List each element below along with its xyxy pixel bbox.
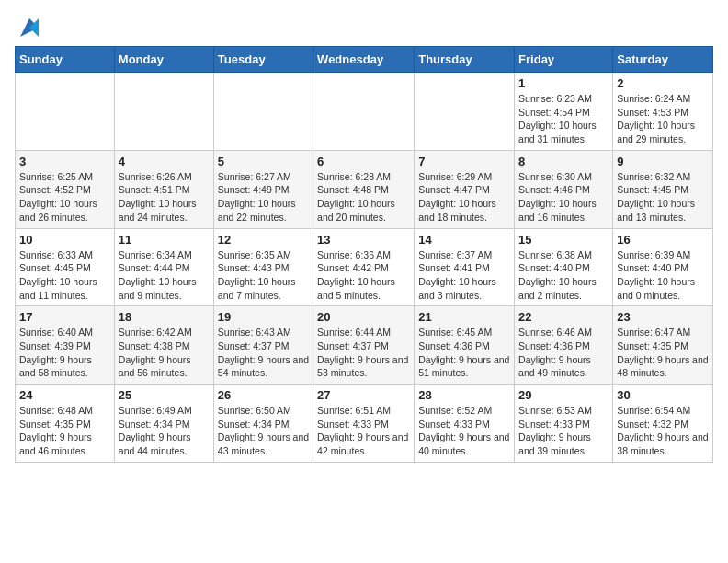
weekday-header-friday: Friday	[515, 47, 613, 73]
day-info: Sunrise: 6:50 AM Sunset: 4:34 PM Dayligh…	[218, 404, 309, 458]
day-number: 8	[518, 155, 609, 168]
day-cell: 9Sunrise: 6:32 AM Sunset: 4:45 PM Daylig…	[613, 150, 713, 228]
day-cell: 8Sunrise: 6:30 AM Sunset: 4:46 PM Daylig…	[515, 150, 613, 228]
day-cell	[213, 73, 313, 151]
day-cell: 3Sunrise: 6:25 AM Sunset: 4:52 PM Daylig…	[16, 150, 115, 228]
day-info: Sunrise: 6:25 AM Sunset: 4:52 PM Dayligh…	[19, 170, 110, 224]
day-info: Sunrise: 6:37 AM Sunset: 4:41 PM Dayligh…	[418, 248, 510, 303]
day-cell: 7Sunrise: 6:29 AM Sunset: 4:47 PM Daylig…	[415, 150, 515, 228]
day-info: Sunrise: 6:43 AM Sunset: 4:37 PM Dayligh…	[218, 326, 309, 380]
day-cell: 10Sunrise: 6:33 AM Sunset: 4:45 PM Dayli…	[16, 228, 115, 306]
day-info: Sunrise: 6:36 AM Sunset: 4:42 PM Dayligh…	[317, 248, 410, 303]
week-row-2: 3Sunrise: 6:25 AM Sunset: 4:52 PM Daylig…	[16, 150, 713, 228]
calendar-body: 1Sunrise: 6:23 AM Sunset: 4:54 PM Daylig…	[16, 73, 713, 463]
day-number: 7	[418, 155, 510, 168]
day-number: 13	[317, 233, 410, 247]
day-cell: 11Sunrise: 6:34 AM Sunset: 4:44 PM Dayli…	[114, 228, 213, 306]
day-cell: 18Sunrise: 6:42 AM Sunset: 4:38 PM Dayli…	[114, 306, 213, 385]
calendar-table: SundayMondayTuesdayWednesdayThursdayFrid…	[15, 46, 713, 463]
day-cell: 25Sunrise: 6:49 AM Sunset: 4:34 PM Dayli…	[114, 385, 213, 463]
weekday-header-wednesday: Wednesday	[313, 47, 415, 73]
day-number: 17	[19, 310, 110, 324]
day-info: Sunrise: 6:39 AM Sunset: 4:40 PM Dayligh…	[617, 248, 709, 303]
week-row-4: 17Sunrise: 6:40 AM Sunset: 4:39 PM Dayli…	[16, 306, 713, 385]
day-cell: 15Sunrise: 6:38 AM Sunset: 4:40 PM Dayli…	[515, 228, 613, 306]
day-number: 16	[617, 233, 709, 247]
day-info: Sunrise: 6:24 AM Sunset: 4:53 PM Dayligh…	[617, 92, 709, 146]
day-cell	[16, 73, 115, 151]
day-cell: 16Sunrise: 6:39 AM Sunset: 4:40 PM Dayli…	[613, 228, 713, 306]
day-cell	[415, 73, 515, 151]
day-number: 20	[317, 310, 410, 324]
day-number: 24	[19, 388, 110, 402]
day-cell: 24Sunrise: 6:48 AM Sunset: 4:35 PM Dayli…	[16, 385, 115, 463]
day-info: Sunrise: 6:45 AM Sunset: 4:36 PM Dayligh…	[418, 326, 510, 380]
day-info: Sunrise: 6:28 AM Sunset: 4:48 PM Dayligh…	[317, 170, 410, 224]
day-number: 19	[218, 310, 309, 324]
day-number: 26	[218, 388, 309, 402]
day-info: Sunrise: 6:23 AM Sunset: 4:54 PM Dayligh…	[518, 92, 609, 146]
weekday-header-saturday: Saturday	[613, 47, 713, 73]
day-number: 21	[418, 310, 510, 324]
day-cell: 13Sunrise: 6:36 AM Sunset: 4:42 PM Dayli…	[313, 228, 415, 306]
day-info: Sunrise: 6:27 AM Sunset: 4:49 PM Dayligh…	[218, 170, 309, 224]
day-info: Sunrise: 6:47 AM Sunset: 4:35 PM Dayligh…	[617, 326, 709, 380]
day-number: 11	[119, 233, 210, 247]
day-cell: 27Sunrise: 6:51 AM Sunset: 4:33 PM Dayli…	[313, 385, 415, 463]
day-number: 4	[119, 155, 210, 168]
day-cell: 2Sunrise: 6:24 AM Sunset: 4:53 PM Daylig…	[613, 73, 713, 151]
day-cell: 19Sunrise: 6:43 AM Sunset: 4:37 PM Dayli…	[213, 306, 313, 385]
day-info: Sunrise: 6:52 AM Sunset: 4:33 PM Dayligh…	[418, 404, 510, 458]
day-info: Sunrise: 6:54 AM Sunset: 4:32 PM Dayligh…	[617, 404, 709, 458]
day-cell: 29Sunrise: 6:53 AM Sunset: 4:33 PM Dayli…	[515, 385, 613, 463]
day-cell: 17Sunrise: 6:40 AM Sunset: 4:39 PM Dayli…	[16, 306, 115, 385]
day-number: 12	[218, 233, 309, 247]
day-info: Sunrise: 6:32 AM Sunset: 4:45 PM Dayligh…	[617, 170, 709, 224]
week-row-1: 1Sunrise: 6:23 AM Sunset: 4:54 PM Daylig…	[16, 73, 713, 151]
day-cell: 26Sunrise: 6:50 AM Sunset: 4:34 PM Dayli…	[213, 385, 313, 463]
day-cell	[114, 73, 213, 151]
header	[15, 15, 713, 35]
weekday-header-thursday: Thursday	[415, 47, 515, 73]
day-number: 30	[617, 388, 709, 402]
day-number: 9	[617, 155, 709, 168]
day-number: 23	[617, 310, 709, 324]
day-info: Sunrise: 6:53 AM Sunset: 4:33 PM Dayligh…	[518, 404, 609, 458]
weekday-header-row: SundayMondayTuesdayWednesdayThursdayFrid…	[16, 47, 713, 73]
day-info: Sunrise: 6:48 AM Sunset: 4:35 PM Dayligh…	[19, 404, 110, 458]
day-info: Sunrise: 6:33 AM Sunset: 4:45 PM Dayligh…	[19, 248, 110, 303]
day-cell	[313, 73, 415, 151]
day-number: 6	[317, 155, 410, 168]
weekday-header-sunday: Sunday	[16, 47, 115, 73]
day-cell: 6Sunrise: 6:28 AM Sunset: 4:48 PM Daylig…	[313, 150, 415, 228]
day-info: Sunrise: 6:42 AM Sunset: 4:38 PM Dayligh…	[119, 326, 210, 380]
day-cell: 12Sunrise: 6:35 AM Sunset: 4:43 PM Dayli…	[213, 228, 313, 306]
day-number: 25	[119, 388, 210, 402]
day-cell: 1Sunrise: 6:23 AM Sunset: 4:54 PM Daylig…	[515, 73, 613, 151]
week-row-5: 24Sunrise: 6:48 AM Sunset: 4:35 PM Dayli…	[16, 385, 713, 463]
day-cell: 4Sunrise: 6:26 AM Sunset: 4:51 PM Daylig…	[114, 150, 213, 228]
day-info: Sunrise: 6:34 AM Sunset: 4:44 PM Dayligh…	[119, 248, 210, 303]
day-number: 14	[418, 233, 510, 247]
day-cell: 5Sunrise: 6:27 AM Sunset: 4:49 PM Daylig…	[213, 150, 313, 228]
day-info: Sunrise: 6:38 AM Sunset: 4:40 PM Dayligh…	[518, 248, 609, 303]
weekday-header-monday: Monday	[114, 47, 213, 73]
day-number: 10	[19, 233, 110, 247]
logo	[15, 15, 42, 35]
day-number: 2	[617, 76, 709, 90]
day-number: 28	[418, 388, 510, 402]
day-number: 18	[119, 310, 210, 324]
day-number: 5	[218, 155, 309, 168]
weekday-header-tuesday: Tuesday	[213, 47, 313, 73]
day-info: Sunrise: 6:49 AM Sunset: 4:34 PM Dayligh…	[119, 404, 210, 458]
day-cell: 14Sunrise: 6:37 AM Sunset: 4:41 PM Dayli…	[415, 228, 515, 306]
day-cell: 22Sunrise: 6:46 AM Sunset: 4:36 PM Dayli…	[515, 306, 613, 385]
day-number: 22	[518, 310, 609, 324]
day-info: Sunrise: 6:30 AM Sunset: 4:46 PM Dayligh…	[518, 170, 609, 224]
day-info: Sunrise: 6:26 AM Sunset: 4:51 PM Dayligh…	[119, 170, 210, 224]
day-cell: 28Sunrise: 6:52 AM Sunset: 4:33 PM Dayli…	[415, 385, 515, 463]
day-cell: 20Sunrise: 6:44 AM Sunset: 4:37 PM Dayli…	[313, 306, 415, 385]
day-info: Sunrise: 6:29 AM Sunset: 4:47 PM Dayligh…	[418, 170, 510, 224]
logo-icon	[17, 15, 42, 40]
day-cell: 21Sunrise: 6:45 AM Sunset: 4:36 PM Dayli…	[415, 306, 515, 385]
